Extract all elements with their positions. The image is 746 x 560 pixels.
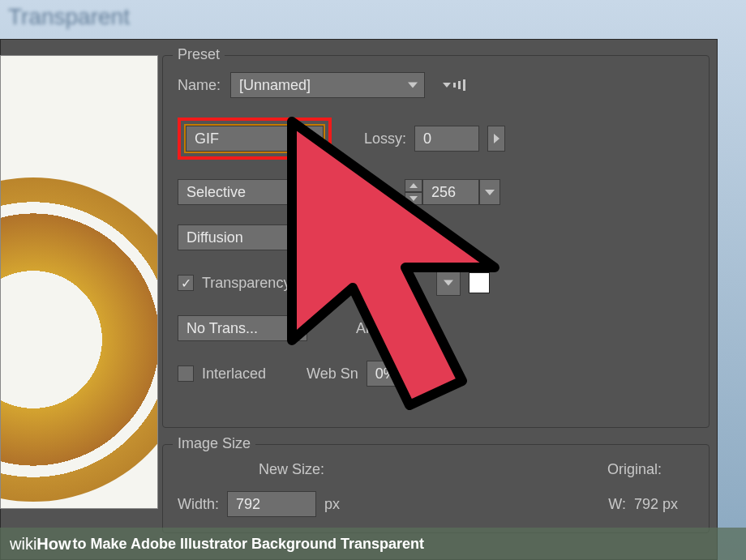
name-dropdown[interactable]: [Unnamed]: [230, 72, 425, 98]
dither-value: Diffusion: [186, 229, 243, 246]
width-row: Width: px W: 792 px: [178, 491, 694, 517]
name-label: Name:: [178, 77, 221, 94]
chevron-down-icon: [290, 235, 300, 241]
chevron-down-icon: [307, 136, 316, 142]
width-label: Width:: [178, 496, 219, 513]
transparency-row: ✓ Transparency: [178, 270, 694, 296]
websnap-input[interactable]: [367, 361, 423, 387]
caption-text: to Make Adobe Illustrator Background Tra…: [73, 536, 424, 553]
preview-pane: [0, 55, 158, 509]
interlaced-row: Interlaced Web Sn: [178, 361, 694, 387]
caption-bar: wikiHow to Make Adobe Illustrator Backgr…: [0, 528, 746, 560]
preset-fieldset: Preset Name: [Unnamed] GIF: [162, 55, 710, 428]
reduction-value: Selective: [186, 184, 246, 201]
websnap-label: Web Sn: [307, 365, 358, 383]
reduction-dropdown[interactable]: Selective: [178, 179, 307, 205]
chevron-down-icon: [290, 326, 300, 331]
transparency-label: Transparency: [202, 275, 290, 292]
width-input[interactable]: [227, 491, 316, 517]
lossy-label: Lossy:: [364, 130, 406, 147]
save-preset-icon[interactable]: [443, 79, 465, 91]
chevron-down-icon: [485, 190, 495, 195]
window-title: Transparent: [8, 4, 130, 30]
matte-swatch[interactable]: [469, 272, 490, 293]
new-size-label: New Size:: [259, 461, 324, 478]
size-headers-row: New Size: Original:: [178, 461, 694, 478]
image-size-legend: Image Size: [173, 435, 255, 452]
lossy-input[interactable]: [414, 126, 479, 152]
chevron-down-icon: [408, 83, 418, 88]
arrow-down-icon: [409, 196, 418, 201]
amount-label: Am: [356, 320, 378, 337]
preview-artwork: [0, 177, 158, 502]
interlaced-label: Interlaced: [202, 365, 266, 383]
dither-dropdown[interactable]: Diffusion: [178, 224, 307, 250]
transparency-checkbox[interactable]: ✓: [178, 275, 194, 291]
format-row: GIF Lossy:: [178, 118, 694, 160]
orig-w-value: 792 px: [634, 496, 678, 513]
dither-row: Diffusion: [178, 224, 694, 250]
wikihow-logo: wikiHow: [10, 535, 71, 554]
chevron-down-icon: [290, 190, 300, 195]
interlaced-checkbox[interactable]: [178, 365, 194, 382]
matte-dither-row: No Trans... Am: [178, 315, 694, 341]
colors-dropdown-toggle[interactable]: [479, 179, 500, 205]
orig-w-label: W:: [608, 496, 626, 513]
width-unit: px: [324, 496, 340, 513]
colors-input[interactable]: [422, 179, 479, 205]
name-row: Name: [Unnamed]: [178, 72, 694, 98]
preset-legend: Preset: [173, 46, 225, 63]
original-label: Original:: [607, 461, 662, 478]
arrow-up-icon: [409, 183, 418, 188]
format-dropdown[interactable]: GIF: [186, 126, 324, 152]
settings-panel: Preset Name: [Unnamed] GIF: [162, 55, 710, 560]
reduction-row: Selective: [178, 179, 694, 205]
colors-spinner[interactable]: [405, 179, 422, 205]
format-highlight: GIF: [178, 118, 332, 160]
format-value: GIF: [195, 130, 219, 147]
lossy-stepper[interactable]: [487, 126, 505, 152]
name-value: [Unnamed]: [239, 77, 311, 94]
matte-dropdown[interactable]: [436, 270, 461, 296]
image-size-fieldset: Image Size New Size: Original: Width: px…: [162, 444, 710, 533]
arrow-right-icon: [494, 134, 499, 143]
matte-dither-dropdown[interactable]: No Trans...: [178, 315, 307, 341]
chevron-down-icon: [444, 280, 453, 286]
matte-dither-value: No Trans...: [186, 320, 258, 337]
check-icon: ✓: [181, 276, 191, 291]
